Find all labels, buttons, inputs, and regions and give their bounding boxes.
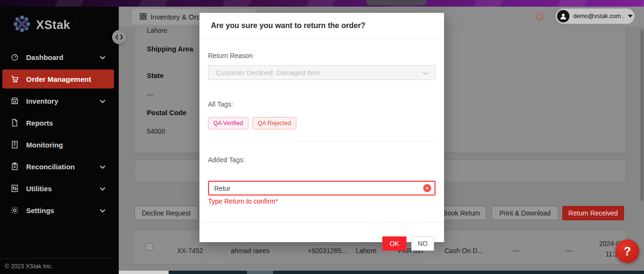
sidebar-item-settings[interactable]: Settings xyxy=(2,201,114,220)
brand-logo[interactable]: XStak ' xyxy=(12,14,76,35)
user-avatar-icon xyxy=(557,10,569,22)
user-menu[interactable]: demo@xstak.com . xyxy=(556,9,635,24)
sidebar-item-utilities[interactable]: Utilities xyxy=(2,179,114,198)
modal-footer: OK NO xyxy=(199,222,444,242)
row-checkbox[interactable] xyxy=(145,243,153,251)
top-strip-tab xyxy=(367,0,426,5)
confirm-input-wrap: ✕ xyxy=(208,181,436,196)
chevron-down-icon xyxy=(100,97,105,105)
modal-header: Are you sure you want to return the orde… xyxy=(199,13,444,39)
sliders-icon xyxy=(9,183,20,194)
return-received-button[interactable]: Return Received xyxy=(562,206,624,220)
horizontal-scrollbar-thumb[interactable] xyxy=(247,271,273,274)
return-order-modal: Are you sure you want to return the orde… xyxy=(199,13,444,242)
tags-list: QA Verified QA Rejected xyxy=(208,117,296,129)
chevron-down-icon xyxy=(423,68,428,77)
app-grid-icon xyxy=(140,13,147,21)
store-icon xyxy=(9,96,20,106)
cart-icon xyxy=(9,74,20,84)
app-switcher-label: Inventory & Ord xyxy=(151,13,200,21)
app-window: XStak ' Dashboard Order Management xyxy=(0,0,644,274)
brand-trademark: ' xyxy=(76,18,76,23)
sidebar: XStak ' Dashboard Order Management xyxy=(0,7,119,274)
cell-phone: +92031265... xyxy=(308,247,347,254)
vertical-scrollbar-thumb[interactable] xyxy=(640,29,644,201)
cell-city: Lahore xyxy=(356,247,377,254)
chevron-down-icon xyxy=(100,184,105,193)
postal-code-value: 54000 xyxy=(147,127,165,135)
sidebar-item-inventory[interactable]: Inventory xyxy=(2,91,114,110)
sidebar-footer-copyright: © 2023 XStak Inc. xyxy=(0,258,115,274)
cell-customer-name: ahmad raees xyxy=(231,247,270,254)
clipboard-icon xyxy=(9,161,20,172)
cell-order-number: XX-7452 xyxy=(177,247,203,254)
cell-payment-method: Cash On D... xyxy=(445,247,483,254)
tag-qa-rejected[interactable]: QA Rejected xyxy=(253,117,296,129)
return-reason-value: Customer Declined: Damaged Item xyxy=(216,69,423,77)
horizontal-scrollbar[interactable] xyxy=(119,271,644,274)
chevron-down-icon xyxy=(100,53,105,61)
postal-code-label: Postal Code xyxy=(147,109,187,117)
scrollbar-corner xyxy=(119,271,169,274)
chevron-down-icon xyxy=(100,206,105,215)
sidebar-collapse-button[interactable] xyxy=(112,30,126,44)
ok-button[interactable]: OK xyxy=(382,236,407,251)
document-icon xyxy=(9,117,20,128)
gear-icon xyxy=(9,205,20,215)
sidebar-item-reports[interactable]: Reports xyxy=(2,113,114,132)
speedometer-icon xyxy=(9,52,20,62)
brand-name: XStak xyxy=(36,18,70,32)
sidebar-nav: Dashboard Order Management Inventory xyxy=(0,48,119,223)
sidebar-item-dashboard[interactable]: Dashboard xyxy=(2,48,114,67)
print-download-button[interactable]: Print & Download xyxy=(492,206,559,220)
help-button[interactable]: ? xyxy=(616,239,639,263)
return-reason-select[interactable]: Customer Declined: Damaged Item xyxy=(208,65,436,80)
decline-request-button[interactable]: Decline Request xyxy=(134,206,198,220)
sidebar-item-order-management[interactable]: Order Management xyxy=(2,69,114,88)
city-value: Lahore xyxy=(147,27,168,34)
state-value: --- xyxy=(147,91,153,98)
shipping-area-label: Shipping Area xyxy=(147,45,193,53)
state-label: State xyxy=(147,72,163,79)
modal-title: Are you sure you want to return the orde… xyxy=(211,21,365,30)
monitoring-icon xyxy=(9,139,20,150)
sidebar-item-monitoring[interactable]: Monitoring xyxy=(2,135,114,154)
confirm-hint-text: Type Return to confirm* xyxy=(208,197,278,205)
browser-theme-strip xyxy=(0,0,644,7)
added-tags-label: Added Tags: xyxy=(208,156,245,164)
chevron-down-icon xyxy=(100,162,105,171)
cell-extra-2: --- xyxy=(565,247,572,254)
return-reason-label: Return Reason xyxy=(208,52,253,59)
confirm-return-input[interactable] xyxy=(208,181,436,196)
cell-extra-1: --- xyxy=(513,247,520,254)
divider xyxy=(208,141,436,142)
notification-bell-icon[interactable] xyxy=(534,12,545,22)
user-email: demo@xstak.com . xyxy=(573,13,624,20)
clear-input-icon[interactable]: ✕ xyxy=(423,184,431,192)
xstak-logo-icon xyxy=(12,14,31,35)
caret-down-icon xyxy=(628,15,633,18)
sidebar-item-reconciliation[interactable]: Reconciliation xyxy=(2,157,114,176)
all-tags-label: All Tags: xyxy=(208,100,233,108)
tag-qa-verified[interactable]: QA Verified xyxy=(208,117,248,129)
no-button[interactable]: NO xyxy=(411,236,434,251)
book-return-button[interactable]: Book Return xyxy=(437,206,486,220)
vertical-scrollbar[interactable] xyxy=(640,29,644,267)
